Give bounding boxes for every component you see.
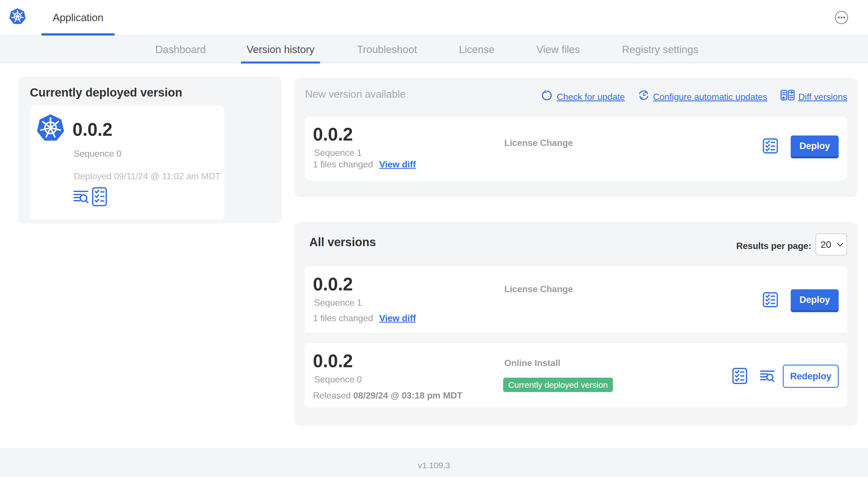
row-released-timestamp: Released 08/29/24 @ 03:18 pm MDT: [313, 391, 462, 400]
view-diff-link[interactable]: View diff: [379, 313, 416, 323]
preflight-checks-icon[interactable]: [92, 187, 107, 206]
row-version-number: 0.0.2: [313, 352, 353, 370]
new-version-heading: New version available: [305, 88, 406, 100]
row-sequence: Sequence 1: [314, 298, 362, 307]
nav-tab-version-history[interactable]: Version history: [241, 36, 320, 63]
deployed-sequence: Sequence 0: [74, 149, 121, 158]
deploy-button[interactable]: Deploy: [791, 136, 839, 156]
all-versions-heading: All versions: [309, 235, 376, 249]
console-version: v1.109.3: [418, 461, 450, 477]
row-version-number: 0.0.2: [313, 275, 353, 293]
row-source-label: License Change: [504, 285, 573, 294]
row-version-number: 0.0.2: [313, 125, 353, 143]
redeploy-button[interactable]: Redeploy: [783, 365, 839, 388]
nav-tab-license[interactable]: License: [453, 36, 500, 63]
currently-deployed-panel: Currently deployed version: [18, 77, 282, 223]
kubernetes-logo-icon: [9, 8, 26, 25]
row-source-label: License Change: [504, 138, 573, 147]
deployed-version-card: 0.0.2 Sequence 0 Deployed 09/11/24 @ 11:…: [30, 106, 224, 220]
deployed-timestamp: Deployed 09/11/24 @ 11:02 am MDT: [74, 172, 221, 181]
nav-tab-registry-settings[interactable]: Registry settings: [616, 36, 704, 63]
nav-tab-dashboard[interactable]: Dashboard: [150, 36, 212, 63]
page-footer: v1.109.3: [0, 448, 868, 477]
view-logs-icon[interactable]: [73, 190, 89, 204]
deploy-button[interactable]: Deploy: [791, 289, 839, 310]
new-version-panel: New version available Check for update C…: [294, 78, 858, 197]
ellipsis-circle-icon: [835, 11, 848, 24]
results-per-page-value: 20: [820, 239, 831, 250]
new-version-row: 0.0.2 Sequence 1 1 files changedView dif…: [305, 117, 847, 180]
check-for-update-icon: [542, 90, 552, 100]
preflight-checks-icon[interactable]: [763, 138, 778, 153]
currently-deployed-badge: Currently deployed version: [503, 378, 613, 392]
nav-tab-view-files[interactable]: View files: [531, 36, 586, 63]
app-header: Application: [0, 0, 868, 35]
check-for-update-link[interactable]: Check for update: [557, 92, 625, 101]
deployed-version-number: 0.0.2: [72, 121, 113, 139]
version-row: 0.0.2 Sequence 1 1 files changedView dif…: [305, 266, 847, 333]
diff-versions-icon: [780, 90, 795, 100]
view-diff-link[interactable]: View diff: [379, 159, 416, 169]
row-files-changed: 1 files changedView diff: [313, 314, 416, 323]
all-versions-panel: All versions Results per page: 20 0.0.2 …: [294, 222, 858, 426]
row-sequence: Sequence 1: [314, 148, 362, 157]
active-app-tab-underline: [41, 33, 115, 35]
app-title: Application: [53, 12, 103, 24]
results-per-page-select[interactable]: 20: [815, 233, 847, 256]
main-nav: Dashboard Version history Troubleshoot L…: [0, 36, 868, 63]
results-per-page-label: Results per page:: [736, 241, 811, 250]
chevron-down-icon: [837, 242, 843, 247]
preflight-checks-icon[interactable]: [732, 368, 747, 384]
configure-automatic-updates-icon: [638, 90, 649, 100]
row-source-label: Online Install: [504, 358, 560, 367]
configure-automatic-updates-link[interactable]: Configure automatic updates: [653, 92, 767, 101]
diff-versions-link[interactable]: Diff versions: [798, 92, 847, 101]
tab-application[interactable]: Application: [41, 0, 115, 35]
row-sequence: Sequence 0: [314, 375, 362, 384]
version-row: 0.0.2 Sequence 0 Released 08/29/24 @ 03:…: [305, 343, 847, 407]
overflow-menu-button[interactable]: [835, 11, 848, 24]
kubernetes-app-icon: [36, 114, 65, 142]
currently-deployed-heading: Currently deployed version: [30, 86, 182, 99]
view-logs-icon[interactable]: [760, 370, 775, 383]
row-files-changed: 1 files changedView diff: [313, 160, 416, 169]
released-date: 08/29/24 @ 03:18 pm MDT: [353, 390, 463, 400]
nav-tab-troubleshoot[interactable]: Troubleshoot: [351, 36, 423, 63]
preflight-checks-icon[interactable]: [763, 292, 778, 307]
